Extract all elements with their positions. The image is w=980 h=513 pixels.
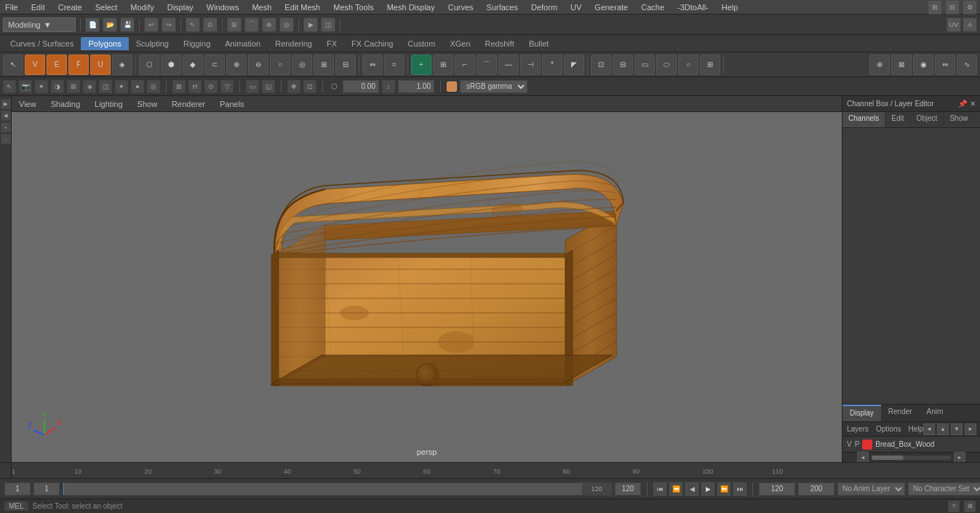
soft-select-btn[interactable]: ◉ [913, 55, 933, 75]
tweak-btn[interactable]: ∿ [957, 55, 977, 75]
tab-show[interactable]: Show [944, 112, 974, 127]
uvmap-btn[interactable]: U [90, 55, 111, 75]
step-fwd-btn[interactable]: ⏩ [717, 482, 730, 496]
tab-rendering[interactable]: Rendering [268, 37, 319, 50]
tab-animation[interactable]: Animation [218, 37, 268, 50]
go-to-start-btn[interactable]: ⏮ [653, 482, 666, 496]
cylindrical-btn[interactable]: ⬭ [656, 55, 677, 75]
menu-display[interactable]: Display [165, 3, 196, 12]
scroll-left-icon[interactable]: ◄ [857, 452, 869, 463]
save-scene-icon[interactable]: 💾 [120, 17, 135, 32]
play-back-btn[interactable]: ◀ [685, 482, 698, 496]
menu-modify[interactable]: Modify [128, 3, 156, 12]
tab-rigging[interactable]: Rigging [176, 37, 218, 50]
select-mode-icon[interactable]: ↖ [3, 80, 16, 93]
detach-btn[interactable]: ⊣ [520, 55, 541, 75]
scroll-right-icon[interactable]: ► [954, 452, 965, 463]
play-fwd-btn[interactable]: ▶ [701, 482, 714, 496]
insert-edge-loop-btn[interactable]: + [411, 55, 431, 75]
char-set-select[interactable]: No Character Set [908, 482, 980, 496]
menu-windows[interactable]: Windows [204, 3, 242, 12]
tab-xgen[interactable]: XGen [442, 37, 477, 50]
xform-constraints-btn[interactable]: ⊠ [891, 55, 912, 75]
step-back-btn[interactable]: ⏪ [669, 482, 682, 496]
value2-input[interactable] [398, 80, 434, 93]
camera-icon[interactable]: 📷 [19, 80, 32, 93]
panels-menu-item[interactable]: Panels [215, 98, 249, 110]
scroll-bar-right[interactable]: ◄ ► [842, 452, 980, 462]
bridge-btn[interactable]: ⬢ [161, 55, 181, 75]
texture-icon[interactable]: ⊞ [67, 80, 80, 93]
tab-channels[interactable]: Channels [842, 112, 885, 127]
light-icon[interactable]: ✦ [35, 80, 48, 93]
display-tab-anim[interactable]: Anim [920, 405, 951, 421]
render-icon[interactable]: ▶ [303, 17, 318, 32]
xray-icon[interactable]: ✦ [115, 80, 128, 93]
menu-create[interactable]: Create [56, 3, 84, 12]
channel-box-close-icon[interactable]: ✕ [970, 100, 976, 108]
left-mini-btn-4[interactable]: - [1, 134, 11, 144]
help-menu-item[interactable]: Help [908, 425, 923, 433]
end-frame-input[interactable] [615, 482, 641, 496]
tab-fx-caching[interactable]: FX Caching [344, 37, 400, 50]
menu-curves[interactable]: Curves [446, 3, 476, 12]
unfold-btn[interactable]: ⊡ [591, 55, 611, 75]
obj-filter-icon[interactable]: ▽ [220, 80, 234, 93]
menu-generate[interactable]: Generate [592, 3, 630, 12]
open-scene-icon[interactable]: 📂 [103, 17, 117, 32]
tab-redshift[interactable]: Redshift [478, 37, 522, 50]
symmetry-btn[interactable]: ⇔ [935, 55, 955, 75]
menu-mesh-tools[interactable]: Mesh Tools [331, 3, 375, 12]
resize-grip-icon[interactable]: ⊞ [964, 501, 976, 512]
chamfer-btn[interactable]: ⌒ [477, 55, 497, 75]
lasso-icon[interactable]: ⊙ [203, 17, 218, 32]
reduce-btn[interactable]: ⊟ [335, 55, 356, 75]
separate-btn[interactable]: ⊖ [248, 55, 268, 75]
mel-label[interactable]: MEL [4, 501, 28, 511]
render-settings-icon[interactable]: ⊞ [928, 0, 942, 15]
snap-point-icon[interactable]: ⊕ [262, 17, 276, 32]
range-slider[interactable]: 120 [63, 482, 612, 496]
scroll-thumb[interactable] [872, 456, 904, 460]
tab-custom[interactable]: Custom [401, 37, 443, 50]
show-menu-item[interactable]: Show [133, 98, 162, 110]
max-frame-input[interactable] [798, 482, 834, 496]
menu-file[interactable]: File [3, 3, 20, 12]
view-menu-item[interactable]: View [15, 98, 41, 110]
uv-icon[interactable]: UV [947, 17, 961, 32]
isolate-icon[interactable]: ⊙ [204, 80, 218, 93]
select-icon[interactable]: ↖ [186, 17, 200, 32]
left-mini-btn-1[interactable]: ▶ [1, 99, 11, 109]
smooth-shade-icon[interactable]: ● [131, 80, 144, 93]
smooth-btn[interactable]: ◎ [292, 55, 312, 75]
spherical-btn[interactable]: ○ [678, 55, 698, 75]
go-to-end-btn[interactable]: ⏭ [733, 482, 746, 496]
planar-btn[interactable]: ▭ [634, 55, 655, 75]
color-mode-dropdown[interactable]: sRGB gamma Linear Raw [460, 80, 527, 93]
layer-visibility[interactable]: V [847, 440, 852, 448]
tab-curves-surfaces[interactable]: Curves / Surfaces [3, 37, 81, 50]
menu-uv[interactable]: UV [568, 3, 583, 12]
resolution-gate-icon[interactable]: ▭ [246, 80, 259, 93]
menu-help[interactable]: Help [720, 3, 741, 12]
vertex-select-btn[interactable]: V [25, 55, 45, 75]
set-icon[interactable]: ↕ [382, 80, 395, 93]
bevel-btn[interactable]: ⌐ [455, 55, 475, 75]
multi-select-btn[interactable]: ◈ [112, 55, 132, 75]
tab-polygons[interactable]: Polygons [81, 37, 128, 50]
workspace-selector[interactable]: Modeling ▼ [3, 17, 76, 32]
wireframe-on-shade-icon[interactable]: ◫ [99, 80, 112, 93]
menu-deform[interactable]: Deform [529, 3, 559, 12]
redo-icon[interactable]: ↪ [162, 17, 176, 32]
layer-prev-icon[interactable]: ◄ [923, 423, 935, 435]
help-line-icon[interactable]: ? [948, 501, 960, 512]
menu-cache[interactable]: Cache [639, 3, 666, 12]
gate-mask-icon[interactable]: ◱ [262, 80, 275, 93]
2d-pan-icon[interactable]: ✥ [287, 80, 300, 93]
menu-edit[interactable]: Edit [29, 3, 47, 12]
offset-edge-btn[interactable]: ⊞ [433, 55, 453, 75]
start-frame-input[interactable] [4, 482, 31, 496]
current-frame-input[interactable] [33, 482, 60, 496]
display-settings-icon[interactable]: ⊟ [945, 0, 960, 15]
settings-icon[interactable]: ⚙ [963, 0, 977, 15]
